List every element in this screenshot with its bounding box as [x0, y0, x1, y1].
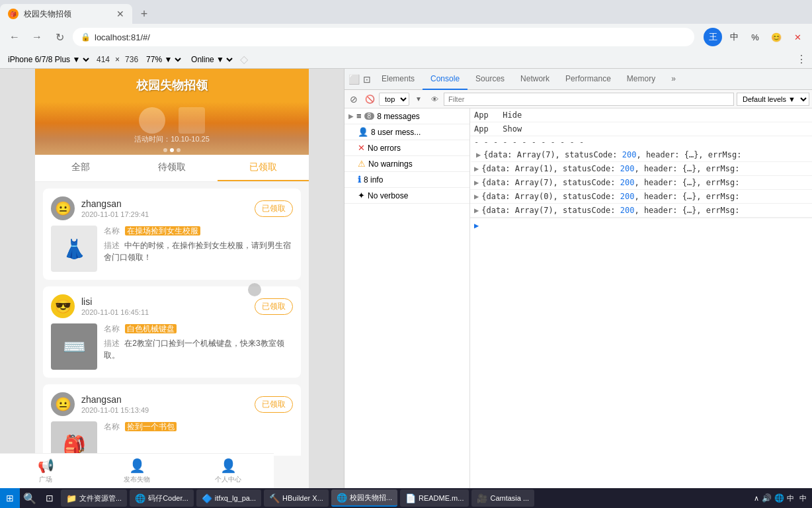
devtools-dock-icon[interactable]: ⬜ — [347, 73, 360, 86]
taskbar-item-itfxq[interactable]: 🔷 itfxq_lg_pa... — [196, 489, 261, 507]
context-arrow-icon[interactable]: ▼ — [412, 93, 425, 106]
start-button[interactable]: ⊞ — [0, 488, 20, 508]
browser-tab[interactable]: 🎒 校园失物招领 ✕ — [0, 4, 132, 24]
tray-network-icon[interactable]: 🌐 — [774, 493, 784, 503]
console-filter-icon[interactable]: 🚫 — [363, 93, 376, 106]
taskbar-item-chrome[interactable]: 🌐 校园失物招... — [331, 489, 397, 507]
tab-console[interactable]: Console — [423, 69, 467, 90]
tab-elements[interactable]: Elements — [374, 69, 423, 90]
dot-2 — [170, 148, 174, 152]
expand-arrow-2[interactable]: ▶ — [474, 164, 479, 173]
nav-item-profile[interactable]: 👤 个人中心 — [183, 458, 274, 484]
context-selector[interactable]: top — [379, 93, 409, 106]
console-log-item[interactable]: ▶ {data: Array(7), statusCode: 200, head… — [470, 176, 812, 190]
explorer-label: 文件资源管... — [79, 493, 122, 503]
eye-icon[interactable]: 👁 — [428, 93, 441, 106]
tab-performance[interactable]: Performance — [557, 69, 619, 90]
console-log-item[interactable]: ▶ {data: Array(7), statusCode: 200, head… — [470, 204, 812, 218]
user-messages-group[interactable]: 👤 8 user mess... — [345, 124, 469, 140]
nav-label-publish: 发布失物 — [124, 475, 150, 484]
list-item: 😎 lisi 2020-11-01 16:45:11 已领取 ⌨️ — [43, 286, 301, 378]
taskbar-item-camtasia[interactable]: 🎥 Camtasia ... — [471, 489, 534, 507]
device-selector[interactable]: iPhone 6/7/8 Plus ▼ — [5, 54, 91, 65]
tab-memory[interactable]: Memory — [619, 69, 663, 90]
address-text: localhost:81/#/ — [95, 32, 150, 42]
new-tab-button[interactable]: + — [135, 5, 153, 23]
prompt-arrow-icon: ▶ — [474, 221, 479, 230]
banner-date: 活动时间：10.10-10.25 — [134, 134, 210, 144]
post-time-2: 2020-11-01 16:45:11 — [81, 308, 255, 316]
publish-icon: 👤 — [129, 458, 145, 474]
hbuilder-icon: 🔨 — [269, 493, 280, 503]
expand-arrow-4[interactable]: ▶ — [474, 192, 479, 201]
more-icon[interactable]: ⋮ — [796, 53, 807, 65]
messages-label: 8 messages — [377, 112, 420, 121]
messages-group[interactable]: ▶ ≡ 8 8 messages — [345, 108, 469, 124]
nav-item-publish[interactable]: 👤 发布失物 — [91, 458, 183, 484]
tray-up-icon[interactable]: ∧ — [754, 494, 759, 503]
avatar-2: 😎 — [51, 294, 75, 318]
browser-toolbar: ← → ↻ 🔒 localhost:81/#/ 王 中 % 😊 ✕ — [0, 24, 812, 50]
bottom-nav: 📢 广场 👤 发布失物 👤 个人中心 — [35, 453, 274, 488]
lock-icon: 🔒 — [81, 32, 91, 42]
tab-more[interactable]: » — [663, 69, 684, 90]
console-log-item[interactable]: ▶ {data: Array(7), statusCode: 200, head… — [470, 148, 812, 162]
search-button[interactable]: 🔍 — [20, 488, 40, 508]
console-log-item[interactable]: ▶ {data: Array(0), statusCode: 200, head… — [470, 190, 812, 204]
expand-arrow-5[interactable]: ▶ — [474, 206, 479, 215]
console-sidebar: ▶ ≡ 8 8 messages 👤 8 user mess... ✕ No e… — [345, 108, 470, 488]
profile-icon: 👤 — [220, 458, 237, 474]
square-icon: 📢 — [38, 458, 54, 474]
tray-time: 中 — [799, 493, 807, 503]
reload-button[interactable]: ↻ — [50, 28, 69, 46]
devtools-undock-icon[interactable]: ⊡ — [360, 73, 374, 86]
post-time-1: 2020-11-01 17:29:41 — [81, 210, 255, 218]
taskbar: ⊞ 🔍 ⊡ 📁 文件资源管... 🌐 码仔Coder... 🔷 itfxq_lg… — [0, 488, 812, 508]
tab-sources[interactable]: Sources — [467, 69, 512, 90]
back-button[interactable]: ← — [5, 28, 24, 46]
taskbar-item-readme[interactable]: 📄 README.m... — [400, 489, 469, 507]
warnings-group[interactable]: ⚠ No warnings — [345, 156, 469, 172]
info-group[interactable]: ℹ 8 info — [345, 172, 469, 188]
ext-network-icon[interactable]: ✕ — [788, 28, 807, 46]
dot-1 — [163, 148, 167, 152]
ext-chinese-icon[interactable]: 中 — [725, 28, 743, 46]
expand-arrow-1[interactable]: ▶ — [476, 150, 481, 159]
levels-selector[interactable]: Default levels ▼ — [737, 93, 809, 106]
camtasia-icon: 🎥 — [477, 493, 487, 503]
console-prompt[interactable]: ▶ — [470, 218, 812, 233]
errors-group[interactable]: ✕ No errors — [345, 140, 469, 156]
console-clear-icon[interactable]: ⊘ — [347, 93, 360, 106]
tray-ime-icon[interactable]: 中 — [787, 493, 794, 503]
username-3: zhangsan — [81, 394, 255, 405]
devtools-tabs: ⬜ ⊡ Elements Console Sources Network Per… — [345, 69, 812, 90]
item-body-2: ⌨️ 名称 白色机械键盘 描述 在2教室门口捡到一个机械键盘，快来3教室领取。 — [51, 323, 293, 370]
taskbar-item-explorer[interactable]: 📁 文件资源管... — [61, 489, 127, 507]
filter-input[interactable] — [444, 93, 734, 106]
console-log-item[interactable]: ▶ {data: Array(1), statusCode: 200, head… — [470, 162, 812, 176]
tray-volume-icon[interactable]: 🔊 — [762, 493, 772, 503]
app-tabs-bar: 全部 待领取 已领取 — [35, 155, 309, 182]
tab-network[interactable]: Network — [512, 69, 557, 90]
tab-close-button[interactable]: ✕ — [116, 9, 124, 19]
zoom-selector[interactable]: 77% ▼ — [143, 54, 183, 65]
tab-all[interactable]: 全部 — [35, 155, 126, 181]
forward-button[interactable]: → — [28, 28, 46, 46]
expand-arrow-3[interactable]: ▶ — [474, 178, 479, 187]
address-bar[interactable]: 🔒 localhost:81/#/ — [73, 28, 694, 46]
ext-user-icon[interactable]: 王 — [704, 28, 722, 46]
taskbar-item-ie[interactable]: 🌐 码仔Coder... — [130, 489, 194, 507]
taskbar-item-hbuilder[interactable]: 🔨 HBuilder X... — [264, 489, 329, 507]
verbose-group[interactable]: ✦ No verbose — [345, 188, 469, 204]
no-throttle-icon: ◇ — [240, 53, 248, 65]
nav-label-square: 广场 — [39, 475, 52, 484]
task-view-button[interactable]: ⊡ — [40, 488, 60, 508]
network-selector[interactable]: Online ▼ — [188, 54, 235, 65]
ext-emoji-icon[interactable]: 😊 — [767, 28, 786, 46]
ext-percent-icon[interactable]: % — [746, 28, 764, 46]
tab-pending[interactable]: 待领取 — [126, 155, 218, 181]
tab-claimed[interactable]: 已领取 — [218, 155, 309, 181]
readme-label: README.m... — [419, 494, 464, 502]
log-content-2: {data: Array(1), statusCode: 200, header… — [481, 164, 739, 173]
nav-item-square[interactable]: 📢 广场 — [35, 458, 91, 484]
